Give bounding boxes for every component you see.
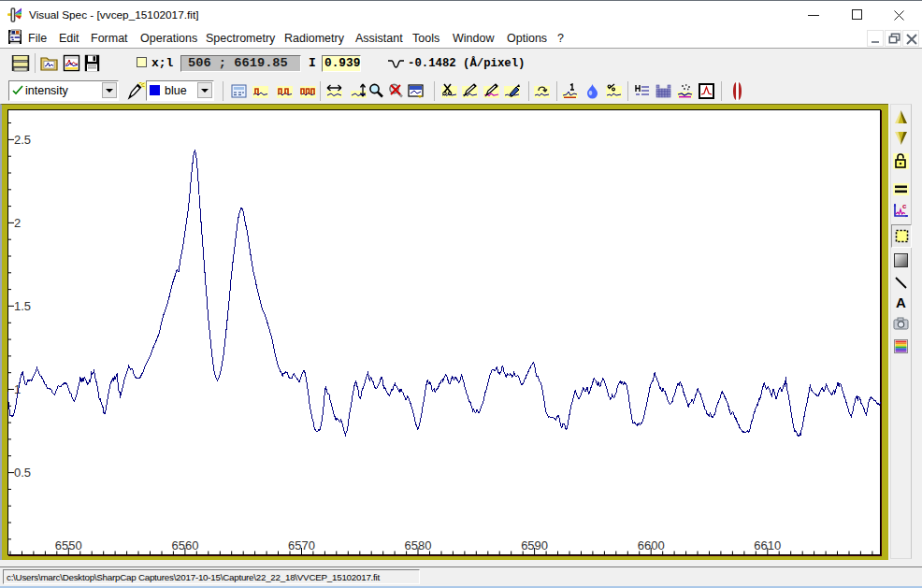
svg-text:6600: 6600 <box>638 538 665 552</box>
svg-text:1.5: 1.5 <box>14 299 31 313</box>
svg-text:6550: 6550 <box>55 538 82 552</box>
svg-text:2: 2 <box>14 216 21 230</box>
svg-text:2.5: 2.5 <box>14 133 31 147</box>
svg-text:0.5: 0.5 <box>14 466 31 480</box>
svg-text:6580: 6580 <box>405 538 432 552</box>
svg-text:6560: 6560 <box>171 538 198 552</box>
svg-text:c: c <box>902 203 907 210</box>
svg-text:A: A <box>896 294 906 310</box>
svg-text:6570: 6570 <box>288 538 315 552</box>
svg-text:6590: 6590 <box>521 538 548 552</box>
svg-text:6610: 6610 <box>754 538 781 552</box>
